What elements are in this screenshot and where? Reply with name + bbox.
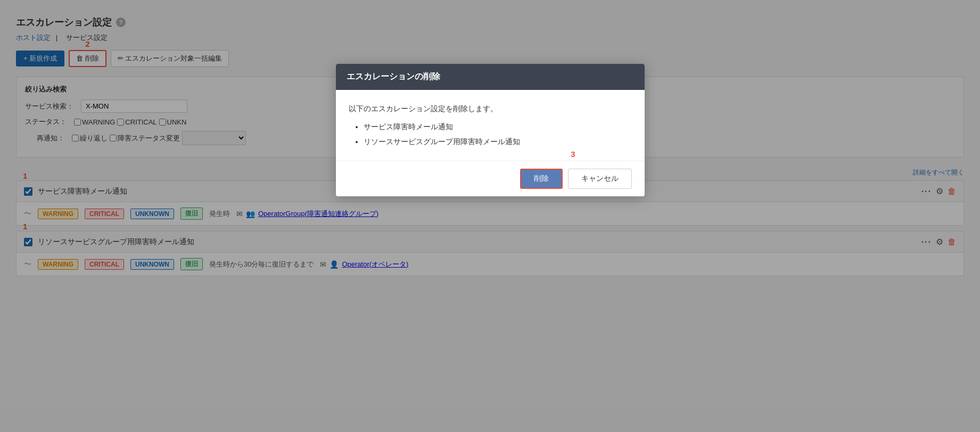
- modal-body: 以下のエスカレーション設定を削除します。 サービス障害時メール通知 リソースサー…: [336, 90, 645, 161]
- page-container: エスカレーション設定 ? ホスト設定 | サービス設定 + 新規作成 2 🗑 削…: [0, 0, 980, 432]
- modal-item-list: サービス障害時メール通知 リソースサービスグループ用障害時メール通知: [349, 121, 632, 148]
- modal-delete-button[interactable]: 削除: [520, 169, 563, 189]
- modal-item-2: リソースサービスグループ用障害時メール通知: [364, 136, 632, 148]
- modal-footer: 3 削除 キャンセル: [336, 161, 645, 196]
- modal-overlay: エスカレーションの削除 以下のエスカレーション設定を削除します。 サービス障害時…: [0, 0, 980, 432]
- modal-item-1: サービス障害時メール通知: [364, 121, 632, 134]
- modal-cancel-button[interactable]: キャンセル: [568, 169, 632, 189]
- modal-title: エスカレーションの削除: [347, 72, 440, 81]
- delete-modal: エスカレーションの削除 以下のエスカレーション設定を削除します。 サービス障害時…: [336, 64, 645, 196]
- modal-description: 以下のエスカレーション設定を削除します。: [349, 103, 632, 115]
- step3-badge: 3: [571, 149, 575, 159]
- modal-header: エスカレーションの削除: [336, 64, 645, 90]
